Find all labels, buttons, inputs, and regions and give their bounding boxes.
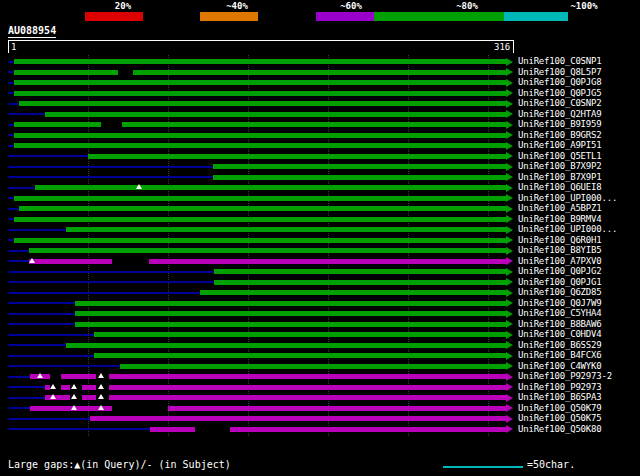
alignment-row: UniRef100_UPI000... [0,193,640,204]
alignment-bar[interactable] [200,290,506,295]
scale-key-segment [200,12,258,21]
alignment-bar[interactable] [14,238,506,243]
alignment-bar[interactable] [75,301,506,306]
alignment-bar[interactable] [66,343,506,348]
subject-label: UniRef100_A7PXV0 [518,257,602,266]
alignment-row: UniRef100_Q0PJG2 [0,266,640,277]
ruler-line [8,40,514,41]
bar-arrow-icon [506,394,513,402]
alignment-bar[interactable] [88,154,506,159]
alignment-bar[interactable] [94,353,506,358]
alignment-row: UniRef100_B4FCX6 [0,350,640,361]
query-lead-line [8,344,66,346]
alignment-row: UniRef100_B6SPA3 [0,392,640,403]
subject-gap-segment [112,259,149,264]
query-lead-line [8,313,75,315]
bar-arrow-icon [506,383,513,391]
subject-label: UniRef100_UPI000... [518,225,617,234]
query-lead-line [8,365,120,367]
subject-gap-segment [101,122,122,127]
alignment-bar[interactable] [45,395,506,400]
ruler-tick-end [513,40,514,53]
bar-arrow-icon [506,215,513,223]
alignment-bar[interactable] [14,70,506,75]
alignment-row: UniRef100_C5YHA4 [0,308,640,319]
bar-arrow-icon [506,184,513,192]
alignment-bar[interactable] [120,364,506,369]
bar-arrow-icon [506,362,513,370]
query-lead-line [8,323,75,325]
alignment-bar[interactable] [14,80,506,85]
alignment-row: UniRef100_UPI000... [0,224,640,235]
alignment-bar[interactable] [14,196,506,201]
subject-label: UniRef100_Q6R0H1 [518,236,602,245]
ruler-start-label: 1 [11,42,16,52]
alignment-bar[interactable] [213,164,506,169]
subject-label: UniRef100_Q2HTA9 [518,110,602,119]
scale-key-label: ~40% [226,1,248,11]
alignment-bar[interactable] [214,269,506,274]
alignment-bar[interactable] [29,259,506,264]
alignment-row: UniRef100_P92973 [0,382,640,393]
alignment-bar[interactable] [29,248,506,253]
alignment-row: UniRef100_B9GRS2 [0,130,640,141]
alignment-bar[interactable] [14,91,506,96]
scale-key-label: 20% [115,1,131,11]
query-lead-line [8,103,19,105]
query-gap-triangle-icon [98,384,104,389]
subject-label: UniRef100_P92973-2 [518,372,612,381]
alignment-bar[interactable] [45,112,506,117]
alignment-row: UniRef100_Q50K75 [0,413,640,424]
alignment-bar[interactable] [14,133,506,138]
query-lead-line [8,292,200,294]
alignment-row: UniRef100_Q6UEI8 [0,182,640,193]
query-lead-line [8,166,213,168]
alignment-bar[interactable] [94,332,506,337]
query-lead-line [8,155,88,157]
query-lead-line [8,418,90,420]
bar-arrow-icon [506,173,513,181]
alignment-bar[interactable] [66,227,506,232]
blast-overview: 20%~40%~60%~80%~100% AU088954 1 316 UniR… [0,0,640,476]
alignment-bar[interactable] [14,143,506,148]
query-lead-line [8,113,45,115]
query-gap-triangle-icon [98,394,104,399]
scale-key-segment [316,12,374,21]
bar-arrow-icon [506,299,513,307]
alignment-bar[interactable] [35,185,506,190]
alignment-bar[interactable] [214,280,506,285]
alignment-bar[interactable] [14,59,506,64]
bar-arrow-icon [506,425,513,433]
alignment-bar[interactable] [75,311,506,316]
bar-arrow-icon [506,194,513,202]
query-lead-line [8,428,150,430]
subject-label: UniRef100_Q0PJG5 [518,89,602,98]
alignment-row: UniRef100_Q0PJG5 [0,88,640,99]
bar-arrow-icon [506,352,513,360]
alignment-bar[interactable] [19,206,506,211]
alignment-bar[interactable] [90,416,506,421]
bar-arrow-icon [506,58,513,66]
alignment-row: UniRef100_C0HDV4 [0,329,640,340]
bar-arrow-icon [506,163,513,171]
alignment-bar[interactable] [19,101,506,106]
subject-label: UniRef100_C0HDV4 [518,330,602,339]
bar-arrow-icon [506,131,513,139]
subject-label: UniRef100_C4WYK0 [518,362,602,371]
alignment-row: UniRef100_B7X9P1 [0,172,640,183]
alignment-bar[interactable] [75,322,506,327]
subject-label: UniRef100_B9GRS2 [518,131,602,140]
subject-label: UniRef100_B6SPA3 [518,393,602,402]
alignment-bar[interactable] [213,175,506,180]
alignment-row: UniRef100_Q8L5P7 [0,67,640,78]
subject-label: UniRef100_Q0PJG2 [518,267,602,276]
alignment-row: UniRef100_A5BPZ1 [0,203,640,214]
query-gap-triangle-icon [71,384,77,389]
alignment-bar[interactable] [14,122,506,127]
alignment-bar[interactable] [14,217,506,222]
scale-key-label: ~60% [340,1,362,11]
subject-label: UniRef100_A9PI51 [518,141,602,150]
alignment-bar[interactable] [45,385,506,390]
query-gap-triangle-icon [29,258,35,263]
query-lead-line [8,176,213,178]
